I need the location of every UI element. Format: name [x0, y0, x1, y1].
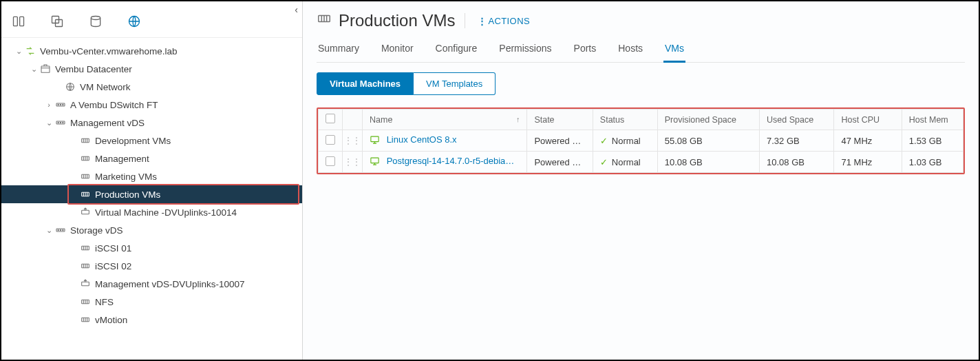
subtab-virtual-machines[interactable]: Virtual Machines [317, 72, 414, 95]
svg-point-22 [58, 229, 58, 230]
caret-icon[interactable]: ⌄ [44, 226, 54, 235]
svg-point-11 [63, 104, 63, 105]
tree-node-vm-dvuplinks-10014[interactable]: Virtual Machine -DVUplinks-10014 [1, 203, 302, 221]
tree-node-production-vms[interactable]: Production VMs [1, 185, 302, 203]
tree-label: A Vembu DSwitch FT [70, 100, 158, 110]
tab-hosts[interactable]: Hosts [617, 37, 644, 62]
table-row[interactable]: ⋮⋮ Postgresql-14-14.7.0-r5-debia… Powere… [319, 152, 963, 173]
tree-label: vMotion [95, 315, 127, 325]
cell-cpu: 47 MHz [834, 130, 902, 152]
tree-node-vm-network[interactable]: VM Network [1, 78, 302, 96]
caret-icon[interactable]: ⌄ [29, 65, 39, 74]
page-title: Production VMs [317, 11, 455, 30]
tree-node-marketing-vms[interactable]: Marketing VMs [1, 167, 302, 185]
svg-rect-0 [14, 17, 18, 25]
tree-label: VM Network [80, 82, 131, 92]
storage-icon[interactable] [88, 14, 103, 29]
svg-rect-1 [20, 17, 24, 25]
tree-node-mgmt-vds-dvuplinks-10007[interactable]: Management vDS-DVUplinks-10007 [1, 275, 302, 293]
page-title-text: Production VMs [339, 11, 455, 30]
tree-node-iscsi02[interactable]: iSCSI 02 [1, 257, 302, 275]
inventory-tree: ⌄ Vembu-vCenter.vmwarehome.lab ⌄ Vembu D… [1, 38, 302, 360]
tree-label: Management vDS [70, 118, 145, 128]
svg-point-15 [63, 122, 63, 123]
drag-handle-icon[interactable]: ⋮⋮ [343, 152, 363, 173]
svg-point-24 [63, 229, 63, 230]
vm-link[interactable]: Postgresql-14-14.7.0-r5-debia… [387, 156, 515, 166]
drag-header [343, 110, 363, 130]
col-provisioned[interactable]: Provisioned Space [657, 110, 759, 130]
tree-label: Management vDS-DVUplinks-10007 [95, 279, 245, 289]
table-row[interactable]: ⋮⋮ Linux CentOS 8.x Powered … ✓Normal 55… [319, 130, 963, 152]
tab-ports[interactable]: Ports [573, 37, 598, 62]
cell-status: ✓Normal [593, 130, 657, 152]
tab-monitor[interactable]: Monitor [380, 37, 415, 62]
checkbox-icon[interactable] [326, 156, 335, 166]
tab-configure[interactable]: Configure [434, 37, 479, 62]
row-checkbox[interactable] [319, 130, 343, 152]
cell-name: Postgresql-14-14.7.0-r5-debia… [363, 152, 527, 173]
portgroup-icon [317, 11, 332, 30]
inventory-sidebar: ‹ ⌄ Vembu-vCenter.vmwarehome.lab [1, 1, 303, 360]
portgroup-icon [78, 135, 92, 146]
cell-name: Linux CentOS 8.x [363, 130, 527, 152]
tab-summary[interactable]: Summary [317, 37, 361, 62]
tab-vms[interactable]: VMs [663, 37, 685, 63]
tree-node-management[interactable]: Management [1, 149, 302, 167]
cell-used: 10.08 GB [759, 152, 834, 173]
svg-point-10 [60, 104, 61, 105]
tree-node-iscsi01[interactable]: iSCSI 01 [1, 239, 302, 257]
tree-node-nfs[interactable]: NFS [1, 293, 302, 311]
networking-icon[interactable] [127, 14, 142, 29]
col-used[interactable]: Used Space [759, 110, 834, 130]
tree-node-dev-vms[interactable]: Development VMs [1, 132, 302, 149]
vms-templates-icon[interactable] [50, 14, 65, 29]
svg-point-23 [60, 229, 61, 230]
selected-node-highlight: Production VMs [1, 185, 302, 203]
portgroup-icon [78, 243, 92, 254]
vm-link[interactable]: Linux CentOS 8.x [387, 134, 457, 145]
row-checkbox[interactable] [319, 152, 343, 173]
col-name[interactable]: Name↑ [363, 110, 527, 130]
checkbox-icon[interactable] [326, 114, 335, 123]
check-icon: ✓ [600, 157, 608, 167]
col-mem[interactable]: Host Mem [902, 110, 963, 130]
vms-subtabs: Virtual Machines VM Templates [317, 72, 965, 95]
select-all-header[interactable] [319, 110, 343, 130]
tree-node-vcenter[interactable]: ⌄ Vembu-vCenter.vmwarehome.lab [1, 42, 302, 60]
cell-cpu: 71 MHz [834, 152, 902, 173]
caret-icon[interactable]: ⌄ [14, 47, 23, 56]
col-status[interactable]: Status [593, 110, 657, 130]
cell-mem: 1.03 GB [902, 152, 963, 173]
col-cpu[interactable]: Host CPU [834, 110, 902, 130]
kebab-icon: ⋮ [478, 16, 485, 26]
cell-state: Powered … [527, 130, 593, 152]
tree-label: Vembu-vCenter.vmwarehome.lab [40, 46, 178, 56]
caret-icon[interactable]: ⌄ [44, 118, 54, 127]
actions-menu-button[interactable]: ⋮ ACTIONS [465, 13, 530, 28]
portgroup-icon [78, 260, 92, 271]
drag-handle-icon[interactable]: ⋮⋮ [343, 130, 363, 152]
cell-state: Powered … [527, 152, 593, 173]
vcenter-icon [23, 45, 37, 56]
tab-permissions[interactable]: Permissions [498, 37, 553, 62]
dswitch-icon [54, 99, 67, 110]
cell-status: ✓Normal [593, 152, 657, 173]
tree-node-vmotion[interactable]: vMotion [1, 311, 302, 329]
subtab-vm-templates[interactable]: VM Templates [414, 72, 496, 95]
svg-point-13 [58, 122, 58, 123]
portgroup-icon [78, 314, 92, 325]
checkbox-icon[interactable] [326, 135, 335, 145]
hosts-clusters-icon[interactable] [11, 14, 26, 29]
tree-node-management-vds[interactable]: ⌄ Management vDS [1, 114, 302, 132]
col-state[interactable]: State [527, 110, 593, 130]
tree-node-storage-vds[interactable]: ⌄ Storage vDS [1, 221, 302, 239]
datacenter-icon [39, 63, 52, 74]
tree-node-dswitch-ft[interactable]: › A Vembu DSwitch FT [1, 96, 302, 114]
sidebar-collapse-button[interactable]: ‹ [295, 4, 298, 15]
check-icon: ✓ [600, 136, 608, 146]
tree-node-datacenter[interactable]: ⌄ Vembu Datacenter [1, 60, 302, 78]
caret-icon[interactable]: › [44, 101, 54, 109]
svg-rect-6 [41, 66, 50, 72]
object-tabs: Summary Monitor Configure Permissions Po… [317, 37, 965, 63]
